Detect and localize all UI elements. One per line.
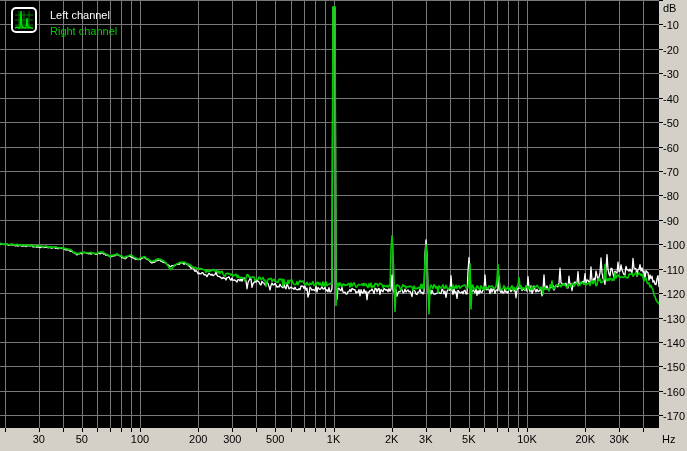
x-tick-label: 100 — [131, 433, 149, 445]
y-tick-label: -60 — [663, 142, 679, 154]
y-tick-label: -50 — [663, 117, 679, 129]
x-axis-unit-label: Hz — [662, 433, 675, 445]
y-tick-label: -100 — [663, 239, 685, 251]
spectrum-chart-icon — [11, 7, 37, 33]
legend-right-channel: Right channel — [50, 23, 117, 39]
x-tick-label: 20K — [575, 433, 595, 445]
y-tick-label: -110 — [663, 264, 684, 276]
x-tick-label: 30 — [33, 433, 45, 445]
y-tick-label: -20 — [663, 44, 679, 56]
x-tick-label: 500 — [266, 433, 284, 445]
x-tick-label: 2K — [385, 433, 398, 445]
y-tick-label: -140 — [663, 337, 685, 349]
y-tick-label: -90 — [663, 215, 679, 227]
x-tick-label: 30K — [610, 433, 630, 445]
y-tick-label: -120 — [663, 288, 685, 300]
y-tick-label: -40 — [663, 93, 679, 105]
x-tick-label: 5K — [462, 433, 475, 445]
legend: Left channel Right channel — [11, 7, 117, 39]
y-tick-label: -170 — [663, 410, 685, 422]
noise-spectrum-plot — [0, 0, 687, 451]
y-tick-label: -160 — [663, 386, 685, 398]
x-tick-label: 3K — [419, 433, 432, 445]
y-tick-label: -130 — [663, 313, 685, 325]
spectrum-analyzer-panel: Left channel Right channel dB Hz -10-20-… — [0, 0, 687, 451]
x-tick-label: 10K — [517, 433, 537, 445]
legend-left-channel: Left channel — [50, 7, 117, 23]
x-tick-label: 1K — [327, 433, 340, 445]
y-tick-label: -30 — [663, 68, 679, 80]
x-tick-label: 300 — [223, 433, 241, 445]
y-tick-label: -80 — [663, 190, 679, 202]
y-tick-label: -150 — [663, 361, 685, 373]
x-tick-label: 200 — [189, 433, 207, 445]
y-tick-label: -70 — [663, 166, 679, 178]
y-tick-label: -10 — [663, 19, 679, 31]
legend-labels: Left channel Right channel — [50, 7, 117, 39]
y-axis-unit-label: dB — [663, 2, 676, 14]
x-tick-label: 50 — [76, 433, 88, 445]
